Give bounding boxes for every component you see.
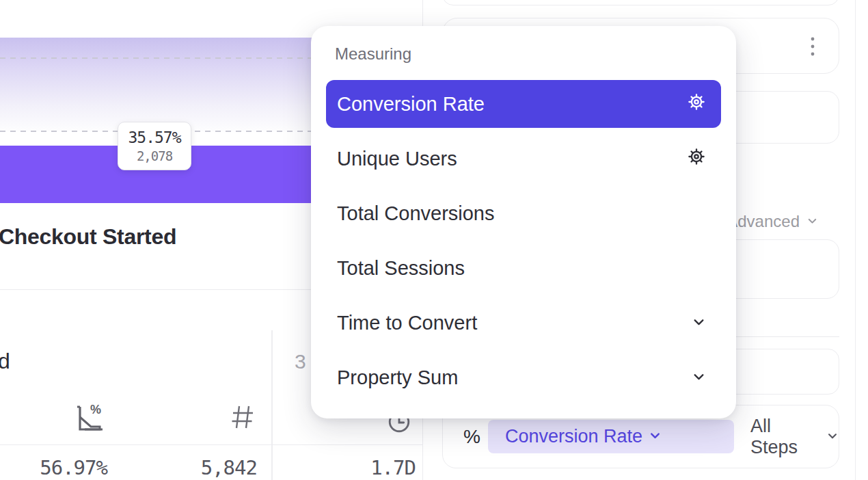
- dropdown-section-label: Measuring: [335, 44, 411, 64]
- truncated-column-label: 3: [295, 350, 306, 373]
- percent-symbol: %: [463, 426, 480, 448]
- chevron-down-icon: [649, 426, 662, 447]
- table-column-divider: [271, 330, 273, 480]
- steps-selector-label: All Steps: [750, 416, 821, 458]
- svg-text:%: %: [90, 403, 101, 416]
- gear-icon[interactable]: [687, 92, 706, 116]
- steps-selector[interactable]: All Steps: [750, 416, 839, 458]
- divider: [0, 444, 423, 445]
- advanced-toggle[interactable]: Advanced: [727, 212, 818, 231]
- truncated-row-label: d: [0, 349, 10, 374]
- menu-item-label: Conversion Rate: [337, 93, 485, 116]
- menu-item-conversion-rate[interactable]: Conversion Rate: [326, 80, 721, 128]
- menu-item-label: Total Sessions: [337, 257, 465, 280]
- metric-selector-label: Conversion Rate: [505, 426, 642, 447]
- funnel-bar-tooltip: 35.57% 2,078: [118, 122, 191, 170]
- stat-conversion-rate-value: 56.97%: [0, 456, 107, 479]
- funnel-step-title: Checkout Started: [0, 224, 176, 250]
- panel-edge-divider: [855, 0, 856, 480]
- menu-item-label: Property Sum: [337, 366, 458, 389]
- metric-selector-chip[interactable]: Conversion Rate: [488, 420, 734, 453]
- gear-icon[interactable]: [687, 147, 706, 171]
- advanced-label: Advanced: [727, 212, 800, 231]
- menu-item-time-to-convert[interactable]: Time to Convert: [326, 299, 721, 347]
- menu-item-unique-users[interactable]: Unique Users: [326, 135, 721, 183]
- hash-icon: [230, 403, 256, 434]
- chevron-down-icon: [806, 212, 818, 231]
- chevron-down-icon: [692, 312, 706, 334]
- menu-item-total-sessions[interactable]: Total Sessions: [326, 244, 721, 292]
- menu-item-property-sum[interactable]: Property Sum: [326, 354, 721, 401]
- stat-time-value: 1.7D: [301, 456, 416, 479]
- kebab-menu-icon[interactable]: [809, 36, 816, 62]
- conversion-rate-chart-icon: %: [71, 401, 105, 438]
- menu-item-label: Unique Users: [337, 148, 457, 170]
- inspector-card-partial: [442, 0, 839, 5]
- tooltip-conversion-rate: 35.57%: [128, 129, 180, 146]
- menu-item-label: Total Conversions: [337, 202, 495, 225]
- stat-count-value: 5,842: [144, 456, 257, 479]
- measuring-dropdown-menu: Measuring Conversion Rate Unique Users T…: [311, 26, 736, 418]
- chevron-down-icon: [692, 366, 706, 389]
- menu-item-total-conversions[interactable]: Total Conversions: [326, 189, 721, 237]
- menu-item-label: Time to Convert: [337, 312, 477, 334]
- tooltip-count: 2,078: [137, 148, 172, 163]
- chevron-down-icon: [826, 426, 839, 447]
